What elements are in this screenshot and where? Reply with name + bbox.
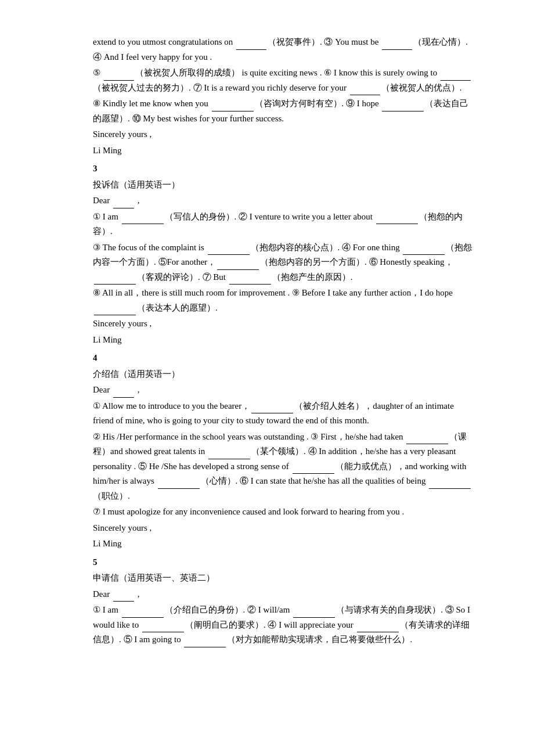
section-5: 5 申请信（适用英语一、英语二） Dear , ① I am （介绍自己的身份）… [93, 555, 476, 647]
section-4-para-2: ② His /Her performance in the school yea… [93, 430, 476, 504]
blank-dear-4 [113, 389, 134, 398]
page-content: extend to you utmost congratulations on … [93, 35, 476, 647]
blank-name-4 [251, 405, 293, 413]
blank-objective [94, 276, 136, 285]
blank-dear-3 [113, 200, 134, 208]
section-4-title: 介绍信（适用英语一） [93, 367, 476, 382]
section-4: 4 介绍信（适用英语一） Dear , ① Allow me to introd… [93, 351, 476, 552]
blank-status-5 [293, 609, 335, 618]
section-5-para-1: ① I am （介绍自己的身份）. ② I will/am （与请求有关的自身现… [93, 603, 476, 647]
section-3-para-3: ⑧ All in all，there is still much room fo… [93, 286, 476, 315]
blank-course [406, 435, 448, 444]
section-4-para-3: ⑦ I must apologize for any inconvenience… [93, 505, 476, 520]
intro-closing-2: Li Ming [93, 143, 476, 159]
section-3-number: 3 [93, 161, 476, 177]
blank-feeling [158, 480, 200, 489]
blank-action-5 [184, 639, 226, 647]
section-5-dear: Dear , [93, 587, 476, 602]
intro-line-3: ⑧ Kindly let me know when you （咨询对方何时有空）… [93, 96, 476, 126]
section-4-para-1: ① Allow me to introduce to you the beare… [93, 399, 476, 429]
blank-wish [382, 103, 424, 111]
section-3-closing-2: Li Ming [93, 333, 476, 348]
section-4-closing-1: Sincerely yours , [93, 521, 476, 536]
blank-complaint-one [403, 246, 445, 255]
intro-line-1: extend to you utmost congratulations on … [93, 35, 476, 64]
section-3: 3 投诉信（适用英语一） Dear , ① I am （写信人的身份）. ② I… [93, 161, 476, 347]
blank-available [212, 103, 254, 111]
section-4-closing-2: Li Ming [93, 537, 476, 552]
blank-info-5 [357, 624, 399, 632]
blank-reason [229, 276, 271, 285]
blank-merit [350, 87, 380, 95]
section-3-dear: Dear , [93, 193, 476, 208]
blank-complaint-core [208, 246, 250, 255]
blank-event [236, 41, 266, 50]
section-4-dear: Dear , [93, 383, 476, 398]
section-4-number: 4 [93, 351, 476, 366]
blank-identity-3 [122, 215, 164, 224]
blank-effort [441, 72, 471, 81]
blank-request-5 [142, 624, 184, 632]
intro-closing-1: Sincerely yours , [93, 127, 476, 142]
blank-mood [382, 41, 412, 50]
blank-ability [293, 465, 334, 474]
blank-hope-3 [94, 307, 136, 315]
blank-field [208, 451, 250, 459]
section-5-title: 申请信（适用英语一、英语二） [93, 571, 476, 586]
blank-achievement [104, 72, 134, 81]
intro-paragraph: extend to you utmost congratulations on … [93, 35, 476, 158]
intro-line-2: ⑤ （被祝贺人所取得的成绩） is quite exciting news . … [93, 66, 476, 95]
blank-identity-5 [122, 609, 164, 618]
section-5-number: 5 [93, 555, 476, 570]
section-3-para-2: ③ The focus of the complaint is （抱怨内容的核心… [93, 240, 476, 285]
section-3-closing-1: Sincerely yours , [93, 316, 476, 332]
blank-complaint-content [376, 215, 418, 224]
section-3-para-1: ① I am （写信人的身份）. ② I venture to write yo… [93, 210, 476, 239]
section-3-title: 投诉信（适用英语一） [93, 178, 476, 193]
blank-complaint-another [217, 261, 259, 270]
blank-dear-5 [113, 593, 134, 602]
blank-position [429, 480, 471, 489]
